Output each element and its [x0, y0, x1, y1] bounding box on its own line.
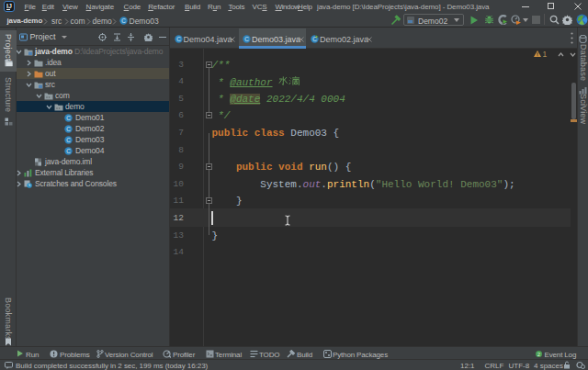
svg-text:C: C — [176, 36, 181, 42]
svg-text:C: C — [121, 17, 126, 24]
svg-text:C: C — [67, 147, 72, 153]
svg-text:C: C — [312, 36, 317, 42]
svg-text:C: C — [67, 114, 72, 120]
svg-text:C: C — [67, 125, 72, 131]
svg-text:C: C — [67, 136, 72, 142]
svg-text:C: C — [244, 36, 249, 42]
